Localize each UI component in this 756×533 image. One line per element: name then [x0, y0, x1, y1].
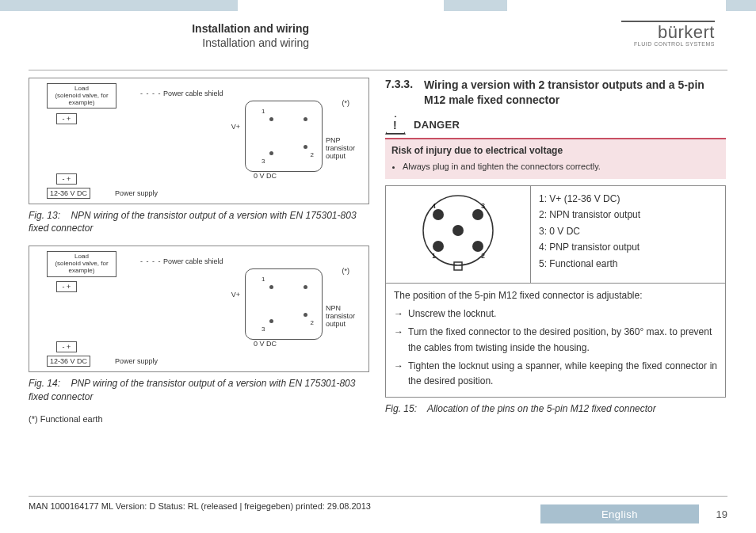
asterisk-label: (*): [342, 99, 350, 107]
pin-num-5: 5: [456, 218, 460, 226]
pin-3-desc: 3: 0 V DC: [539, 223, 717, 239]
top-accent-bar: [0, 0, 756, 11]
brand-name: bürkert: [621, 22, 715, 43]
figure-14-caption: Fig. 14: PNP wiring of the transistor ou…: [29, 377, 369, 402]
connector-icon: 1 3 2: [245, 101, 323, 172]
figure-13-diagram: Load (solenoid valve, for example) - - -…: [29, 78, 369, 204]
adjustable-intro: The position of the 5-pin M12 fixed conn…: [394, 288, 717, 303]
figure-14-diagram: Load (solenoid valve, for example) - - -…: [29, 246, 369, 372]
vplus-label: V+: [231, 123, 240, 131]
m12-connector-diagram: 1 2 3 4 5: [386, 186, 531, 283]
svg-point-4: [472, 209, 483, 220]
svg-point-3: [472, 241, 483, 252]
header-subtitle: Installation and wiring: [71, 36, 309, 49]
figure-15-caption: Fig. 15: Allocation of the pins on the 5…: [385, 402, 726, 415]
svg-point-2: [433, 241, 444, 252]
danger-risk: Risk of injury due to electrical voltage: [391, 144, 720, 158]
load-box: Load (solenoid valve, for example): [47, 83, 116, 109]
pin-4-desc: 4: PNP transistor output: [539, 239, 717, 255]
danger-heading: DANGER: [414, 119, 460, 131]
pin-1-desc: 1: V+ (12-36 V DC): [539, 191, 717, 207]
danger-box: Risk of injury due to electrical voltage…: [385, 138, 726, 179]
section-header: Installation and wiring Installation and…: [71, 22, 309, 49]
pin-allocation-box: 1 2 3 4 5 1: V+ (12-36 V DC) 2: NPN tran…: [385, 185, 726, 398]
pin-num-3: 3: [481, 202, 485, 210]
functional-earth-note: (*) Functional earth: [29, 414, 369, 424]
power-cable-shield-label: - - - - Power cable shield: [140, 257, 223, 265]
pin-2-desc: 2: NPN transistor output: [539, 207, 717, 223]
zero-label: 0 V DC: [254, 172, 277, 180]
pnp-output-label: PNP transistor output: [326, 137, 364, 161]
step-3: Tighten the locknut using a spanner, whi…: [408, 359, 717, 389]
brand-logo: bürkert FLUID CONTROL SYSTEMS: [621, 19, 715, 47]
header-rule: [29, 70, 727, 70]
load-box: Load (solenoid valve, for example): [47, 251, 116, 276]
svg-rect-1: [454, 262, 462, 270]
power-cable-shield-label: - - - - Power cable shield: [140, 89, 223, 97]
page-number: 19: [716, 508, 727, 520]
supply-range-box: 12-36 V DC: [47, 356, 90, 367]
step-1: Unscrew the locknut.: [408, 306, 496, 322]
section-title: Wiring a version with 2 transistor outpu…: [424, 78, 726, 108]
warning-icon: [385, 116, 406, 135]
asterisk-label: (*): [342, 267, 350, 275]
danger-bullet: Always plug in and tighten the connector…: [403, 161, 720, 173]
connector-icon: 1 3 2: [245, 268, 323, 340]
supply-range-box: 12-36 V DC: [47, 188, 90, 199]
svg-point-5: [433, 209, 444, 220]
pin-num-2: 2: [481, 252, 485, 260]
language-pill: English: [540, 504, 699, 523]
pin-num-1: 1: [432, 252, 436, 260]
npn-output-label: NPN transistor output: [326, 305, 364, 329]
pin-num-4: 4: [432, 202, 436, 210]
pin-5-desc: 5: Functional earth: [539, 256, 717, 272]
figure-13-caption: Fig. 13: NPN wiring of the transistor ou…: [29, 209, 369, 234]
header-title: Installation and wiring: [71, 22, 309, 35]
zero-label: 0 V DC: [254, 340, 277, 348]
brand-tagline: FLUID CONTROL SYSTEMS: [621, 41, 715, 47]
power-supply-label: Power supply: [115, 357, 158, 365]
section-number: 7.3.3.: [385, 78, 413, 108]
svg-point-6: [452, 225, 464, 236]
vplus-label: V+: [231, 291, 240, 299]
step-2: Turn the fixed connector to the desired …: [408, 325, 717, 355]
power-supply-label: Power supply: [115, 189, 158, 197]
